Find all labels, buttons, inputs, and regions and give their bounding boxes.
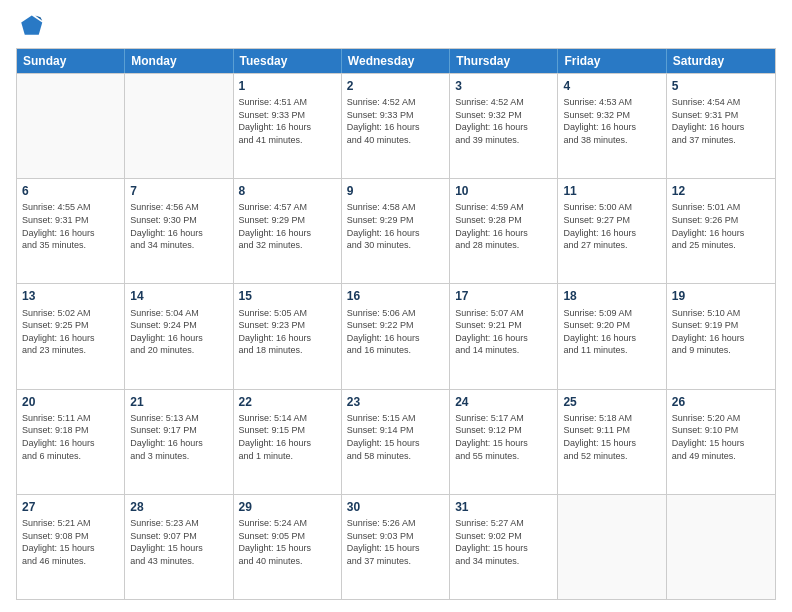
calendar-header-wednesday: Wednesday <box>342 49 450 73</box>
calendar-cell-week4-day2: 22Sunrise: 5:14 AM Sunset: 9:15 PM Dayli… <box>234 390 342 494</box>
calendar-cell-week1-day5: 4Sunrise: 4:53 AM Sunset: 9:32 PM Daylig… <box>558 74 666 178</box>
calendar-cell-week4-day1: 21Sunrise: 5:13 AM Sunset: 9:17 PM Dayli… <box>125 390 233 494</box>
calendar-cell-week1-day2: 1Sunrise: 4:51 AM Sunset: 9:33 PM Daylig… <box>234 74 342 178</box>
logo-icon <box>16 12 44 40</box>
calendar-cell-week5-day1: 28Sunrise: 5:23 AM Sunset: 9:07 PM Dayli… <box>125 495 233 599</box>
day-number: 20 <box>22 394 119 410</box>
calendar-cell-week3-day6: 19Sunrise: 5:10 AM Sunset: 9:19 PM Dayli… <box>667 284 775 388</box>
day-number: 26 <box>672 394 770 410</box>
day-number: 30 <box>347 499 444 515</box>
calendar-cell-week3-day4: 17Sunrise: 5:07 AM Sunset: 9:21 PM Dayli… <box>450 284 558 388</box>
day-number: 18 <box>563 288 660 304</box>
calendar-week-1: 1Sunrise: 4:51 AM Sunset: 9:33 PM Daylig… <box>17 73 775 178</box>
calendar-cell-week4-day4: 24Sunrise: 5:17 AM Sunset: 9:12 PM Dayli… <box>450 390 558 494</box>
calendar-week-5: 27Sunrise: 5:21 AM Sunset: 9:08 PM Dayli… <box>17 494 775 599</box>
cell-info: Sunrise: 5:04 AM Sunset: 9:24 PM Dayligh… <box>130 307 227 357</box>
calendar-cell-week1-day1 <box>125 74 233 178</box>
calendar-body: 1Sunrise: 4:51 AM Sunset: 9:33 PM Daylig… <box>17 73 775 599</box>
cell-info: Sunrise: 5:27 AM Sunset: 9:02 PM Dayligh… <box>455 517 552 567</box>
cell-info: Sunrise: 4:58 AM Sunset: 9:29 PM Dayligh… <box>347 201 444 251</box>
calendar-week-4: 20Sunrise: 5:11 AM Sunset: 9:18 PM Dayli… <box>17 389 775 494</box>
calendar-header-thursday: Thursday <box>450 49 558 73</box>
cell-info: Sunrise: 5:09 AM Sunset: 9:20 PM Dayligh… <box>563 307 660 357</box>
cell-info: Sunrise: 5:07 AM Sunset: 9:21 PM Dayligh… <box>455 307 552 357</box>
day-number: 2 <box>347 78 444 94</box>
day-number: 22 <box>239 394 336 410</box>
day-number: 11 <box>563 183 660 199</box>
cell-info: Sunrise: 5:13 AM Sunset: 9:17 PM Dayligh… <box>130 412 227 462</box>
calendar-cell-week2-day4: 10Sunrise: 4:59 AM Sunset: 9:28 PM Dayli… <box>450 179 558 283</box>
cell-info: Sunrise: 5:24 AM Sunset: 9:05 PM Dayligh… <box>239 517 336 567</box>
calendar-cell-week2-day2: 8Sunrise: 4:57 AM Sunset: 9:29 PM Daylig… <box>234 179 342 283</box>
calendar-cell-week1-day0 <box>17 74 125 178</box>
day-number: 21 <box>130 394 227 410</box>
day-number: 31 <box>455 499 552 515</box>
day-number: 25 <box>563 394 660 410</box>
cell-info: Sunrise: 5:15 AM Sunset: 9:14 PM Dayligh… <box>347 412 444 462</box>
calendar-week-3: 13Sunrise: 5:02 AM Sunset: 9:25 PM Dayli… <box>17 283 775 388</box>
cell-info: Sunrise: 5:01 AM Sunset: 9:26 PM Dayligh… <box>672 201 770 251</box>
cell-info: Sunrise: 5:17 AM Sunset: 9:12 PM Dayligh… <box>455 412 552 462</box>
cell-info: Sunrise: 5:18 AM Sunset: 9:11 PM Dayligh… <box>563 412 660 462</box>
day-number: 14 <box>130 288 227 304</box>
calendar-header-monday: Monday <box>125 49 233 73</box>
calendar-cell-week5-day6 <box>667 495 775 599</box>
svg-marker-0 <box>21 16 42 35</box>
calendar-header-saturday: Saturday <box>667 49 775 73</box>
calendar-cell-week1-day3: 2Sunrise: 4:52 AM Sunset: 9:33 PM Daylig… <box>342 74 450 178</box>
day-number: 13 <box>22 288 119 304</box>
calendar-cell-week5-day3: 30Sunrise: 5:26 AM Sunset: 9:03 PM Dayli… <box>342 495 450 599</box>
day-number: 9 <box>347 183 444 199</box>
day-number: 1 <box>239 78 336 94</box>
day-number: 23 <box>347 394 444 410</box>
calendar-cell-week5-day5 <box>558 495 666 599</box>
day-number: 17 <box>455 288 552 304</box>
calendar-cell-week5-day2: 29Sunrise: 5:24 AM Sunset: 9:05 PM Dayli… <box>234 495 342 599</box>
calendar-cell-week5-day0: 27Sunrise: 5:21 AM Sunset: 9:08 PM Dayli… <box>17 495 125 599</box>
cell-info: Sunrise: 5:05 AM Sunset: 9:23 PM Dayligh… <box>239 307 336 357</box>
calendar-cell-week4-day0: 20Sunrise: 5:11 AM Sunset: 9:18 PM Dayli… <box>17 390 125 494</box>
cell-info: Sunrise: 4:56 AM Sunset: 9:30 PM Dayligh… <box>130 201 227 251</box>
header <box>16 12 776 40</box>
cell-info: Sunrise: 4:59 AM Sunset: 9:28 PM Dayligh… <box>455 201 552 251</box>
calendar-cell-week3-day2: 15Sunrise: 5:05 AM Sunset: 9:23 PM Dayli… <box>234 284 342 388</box>
calendar-cell-week2-day0: 6Sunrise: 4:55 AM Sunset: 9:31 PM Daylig… <box>17 179 125 283</box>
day-number: 7 <box>130 183 227 199</box>
cell-info: Sunrise: 4:57 AM Sunset: 9:29 PM Dayligh… <box>239 201 336 251</box>
calendar-header-sunday: Sunday <box>17 49 125 73</box>
day-number: 19 <box>672 288 770 304</box>
calendar: SundayMondayTuesdayWednesdayThursdayFrid… <box>16 48 776 600</box>
calendar-cell-week4-day5: 25Sunrise: 5:18 AM Sunset: 9:11 PM Dayli… <box>558 390 666 494</box>
cell-info: Sunrise: 5:26 AM Sunset: 9:03 PM Dayligh… <box>347 517 444 567</box>
cell-info: Sunrise: 5:21 AM Sunset: 9:08 PM Dayligh… <box>22 517 119 567</box>
calendar-cell-week2-day3: 9Sunrise: 4:58 AM Sunset: 9:29 PM Daylig… <box>342 179 450 283</box>
day-number: 8 <box>239 183 336 199</box>
cell-info: Sunrise: 4:52 AM Sunset: 9:33 PM Dayligh… <box>347 96 444 146</box>
day-number: 6 <box>22 183 119 199</box>
calendar-cell-week3-day0: 13Sunrise: 5:02 AM Sunset: 9:25 PM Dayli… <box>17 284 125 388</box>
cell-info: Sunrise: 5:20 AM Sunset: 9:10 PM Dayligh… <box>672 412 770 462</box>
day-number: 24 <box>455 394 552 410</box>
day-number: 16 <box>347 288 444 304</box>
cell-info: Sunrise: 5:02 AM Sunset: 9:25 PM Dayligh… <box>22 307 119 357</box>
calendar-header-row: SundayMondayTuesdayWednesdayThursdayFrid… <box>17 49 775 73</box>
day-number: 5 <box>672 78 770 94</box>
calendar-cell-week5-day4: 31Sunrise: 5:27 AM Sunset: 9:02 PM Dayli… <box>450 495 558 599</box>
calendar-cell-week2-day6: 12Sunrise: 5:01 AM Sunset: 9:26 PM Dayli… <box>667 179 775 283</box>
calendar-cell-week1-day6: 5Sunrise: 4:54 AM Sunset: 9:31 PM Daylig… <box>667 74 775 178</box>
cell-info: Sunrise: 5:10 AM Sunset: 9:19 PM Dayligh… <box>672 307 770 357</box>
calendar-cell-week4-day3: 23Sunrise: 5:15 AM Sunset: 9:14 PM Dayli… <box>342 390 450 494</box>
day-number: 27 <box>22 499 119 515</box>
day-number: 15 <box>239 288 336 304</box>
cell-info: Sunrise: 5:06 AM Sunset: 9:22 PM Dayligh… <box>347 307 444 357</box>
page: SundayMondayTuesdayWednesdayThursdayFrid… <box>0 0 792 612</box>
calendar-cell-week3-day1: 14Sunrise: 5:04 AM Sunset: 9:24 PM Dayli… <box>125 284 233 388</box>
day-number: 28 <box>130 499 227 515</box>
calendar-cell-week2-day5: 11Sunrise: 5:00 AM Sunset: 9:27 PM Dayli… <box>558 179 666 283</box>
day-number: 12 <box>672 183 770 199</box>
calendar-week-2: 6Sunrise: 4:55 AM Sunset: 9:31 PM Daylig… <box>17 178 775 283</box>
calendar-cell-week1-day4: 3Sunrise: 4:52 AM Sunset: 9:32 PM Daylig… <box>450 74 558 178</box>
calendar-cell-week3-day3: 16Sunrise: 5:06 AM Sunset: 9:22 PM Dayli… <box>342 284 450 388</box>
cell-info: Sunrise: 4:53 AM Sunset: 9:32 PM Dayligh… <box>563 96 660 146</box>
calendar-header-friday: Friday <box>558 49 666 73</box>
